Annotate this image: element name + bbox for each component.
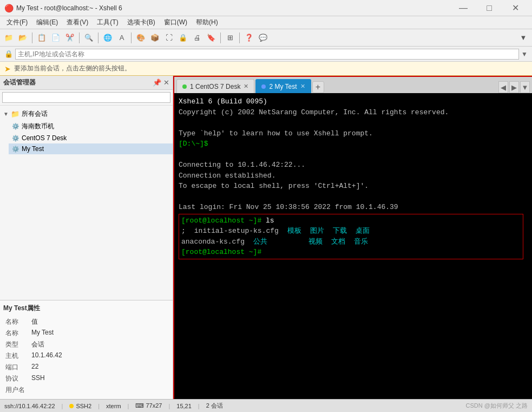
tab-mytest[interactable]: 2 My Test ✕ (255, 79, 311, 93)
prop-val-port: 22 (29, 362, 169, 373)
lock-btn[interactable]: 🔒 (176, 31, 189, 44)
fullscreen-btn[interactable]: ⛶ (162, 31, 175, 44)
tabs-bar: 1 CentOS 7 Desk ✕ 2 My Test ✕ + ◀ ▶ ▼ (174, 77, 532, 93)
connect-btn[interactable]: 🌐 (101, 31, 114, 44)
term-lastlogin-text: Last login: Fri Nov 25 10:38:56 2022 fro… (179, 203, 398, 211)
session-icon-hainan: ⚙️ (12, 123, 19, 130)
maximize-button[interactable]: □ (477, 0, 502, 16)
menu-view[interactable]: 查看(V) (62, 16, 93, 29)
term-ls-output-line1: ; initial-setup-ks.cfg 模板 图片 下载 桌面 (181, 226, 521, 237)
terminal-highlight-block: [root@localhost ~]# ls ; initial-setup-k… (179, 214, 523, 259)
term-copyright-line: Copyright (c) 2002 NetSarang Computer, I… (179, 107, 528, 118)
session-search-input[interactable] (2, 92, 170, 103)
ls-tupian: 图片 (310, 226, 324, 237)
session-item-hainan[interactable]: ⚙️ 海南数币机 (9, 120, 173, 133)
term-prompt1: [D:\~]$ (179, 140, 208, 148)
transfer-btn[interactable]: 📦 (148, 31, 161, 44)
prop-key-nameheader: 名称 (3, 316, 29, 328)
properties-table: 名称 值 名称 My Test 类型 会话 主机 10.1.46.42 端口 (3, 316, 169, 396)
session-label-mytest: My Test (22, 145, 44, 153)
toolbar-sep-1 (32, 32, 32, 43)
toolbar-overflow[interactable]: ▼ (517, 31, 530, 44)
status-sep-5: | (198, 403, 200, 409)
prop-row-nameheader: 名称 值 (3, 316, 169, 328)
copy-btn[interactable]: 📋 (35, 31, 48, 44)
cut-btn[interactable]: ✂️ (63, 31, 76, 44)
layout-btn[interactable]: ⊞ (224, 31, 237, 44)
term-header-line: Xshell 6 (Build 0095) (179, 96, 528, 107)
session-item-mytest[interactable]: ⚙️ My Test (9, 143, 173, 154)
ls-xiazai: 下载 (333, 226, 347, 237)
tab-close-centos[interactable]: ✕ (244, 83, 248, 90)
menu-edit[interactable]: 编辑(E) (32, 16, 62, 29)
terminal-output[interactable]: Xshell 6 (Build 0095) Copyright (c) 2002… (174, 93, 532, 399)
tab-close-mytest[interactable]: ✕ (300, 83, 305, 90)
sidebar-close-icon[interactable]: ✕ (163, 79, 169, 87)
term-copyright-text: Copyright (c) 2002 NetSarang Computer, I… (179, 108, 449, 116)
arrow-icon: ➤ (4, 64, 11, 73)
info-bar: ➤ 要添加当前会话，点击左侧的箭头按钮。 (0, 62, 532, 76)
prop-key-name: 名称 (3, 328, 29, 339)
search-btn[interactable]: 🔍 (82, 31, 95, 44)
help-btn[interactable]: ❓ (242, 31, 255, 44)
prop-val-username (29, 384, 169, 396)
session-label-centos: CentOS 7 Desk (22, 134, 67, 142)
term-lastlogin-line: Last login: Fri Nov 25 10:38:56 2022 fro… (179, 202, 528, 213)
address-dropdown-icon[interactable]: ▼ (521, 50, 528, 58)
sidebar-search-area (0, 90, 173, 106)
session-item-centos[interactable]: ⚙️ CentOS 7 Desk (9, 133, 173, 143)
app-icon: 🔴 (4, 4, 13, 12)
tab-add-button[interactable]: + (312, 81, 324, 93)
status-protocol: SSH2 (76, 403, 91, 409)
ls-gonggong: 公共 (253, 237, 267, 247)
bookmark-btn[interactable]: 🔖 (205, 31, 218, 44)
tab-centos[interactable]: 1 CentOS 7 Desk ✕ (176, 79, 254, 93)
open-btn[interactable]: 📂 (16, 31, 29, 44)
tab-nav: ◀ ▶ ▼ (498, 81, 530, 93)
ls-yinyue: 音乐 (354, 237, 368, 247)
status-sep-2: | (98, 403, 100, 409)
ls-moban: 模板 (287, 226, 301, 237)
ls-anaconda: anaconda-ks.cfg (181, 237, 245, 247)
menu-tabs[interactable]: 选项卡(B) (123, 16, 160, 29)
term-help-line: Type `help' to learn how to use Xshell p… (179, 128, 528, 139)
tab-label-mytest: 2 My Test (269, 83, 297, 90)
prop-key-type: 类型 (3, 339, 29, 350)
close-button[interactable]: ✕ (503, 0, 528, 16)
new-session-btn[interactable]: 📁 (2, 31, 15, 44)
prop-val-name: My Test (29, 328, 169, 339)
session-label-hainan: 海南数币机 (22, 122, 54, 131)
status-protocol-item: SSH2 (69, 403, 91, 409)
tab-next-button[interactable]: ▶ (509, 81, 519, 93)
term-help-text: Type `help' to learn how to use Xshell p… (179, 129, 373, 138)
print-btn[interactable]: 🖨 (191, 31, 203, 44)
all-sessions-root[interactable]: ▼ 📁 所有会话 (0, 108, 173, 120)
prop-key-username: 用户名 (3, 384, 29, 396)
term-established-text: Connection established. (179, 172, 275, 180)
menu-help[interactable]: 帮助(H) (192, 16, 222, 29)
status-encoding: xterm (106, 403, 121, 409)
tab-dot-centos (182, 84, 187, 89)
tab-menu-button[interactable]: ▼ (520, 81, 530, 93)
menu-file[interactable]: 文件(F) (2, 16, 32, 29)
minimize-button[interactable]: — (451, 0, 476, 16)
menu-tools[interactable]: 工具(T) (93, 16, 122, 29)
tab-prev-button[interactable]: ◀ (498, 81, 508, 93)
ls-zhuomian: 桌面 (356, 226, 370, 237)
status-path: ssh://10.1.46.42:22 (4, 403, 55, 409)
font-btn[interactable]: A (115, 31, 128, 44)
properties-title: My Test属性 (3, 304, 169, 313)
pin-icon[interactable]: 📌 (153, 79, 161, 87)
menu-window[interactable]: 窗口(W) (160, 16, 192, 29)
session-list: ⚙️ 海南数币机 ⚙️ CentOS 7 Desk ⚙️ My Test (0, 120, 173, 154)
prop-row-username: 用户名 (3, 384, 169, 396)
term-ls-output-line2: anaconda-ks.cfg 公共 视频 文档 音乐 (181, 237, 521, 247)
paste-btn[interactable]: 📄 (49, 31, 62, 44)
folder-icon: 📁 (11, 110, 19, 118)
session-icon-centos: ⚙️ (12, 135, 19, 142)
color-btn[interactable]: 🎨 (134, 31, 147, 44)
prop-row-name: 名称 My Test (3, 328, 169, 339)
chat-btn[interactable]: 💬 (257, 31, 270, 44)
address-input[interactable] (15, 49, 519, 60)
term-connecting-text: Connecting to 10.1.46.42:22... (179, 161, 305, 169)
